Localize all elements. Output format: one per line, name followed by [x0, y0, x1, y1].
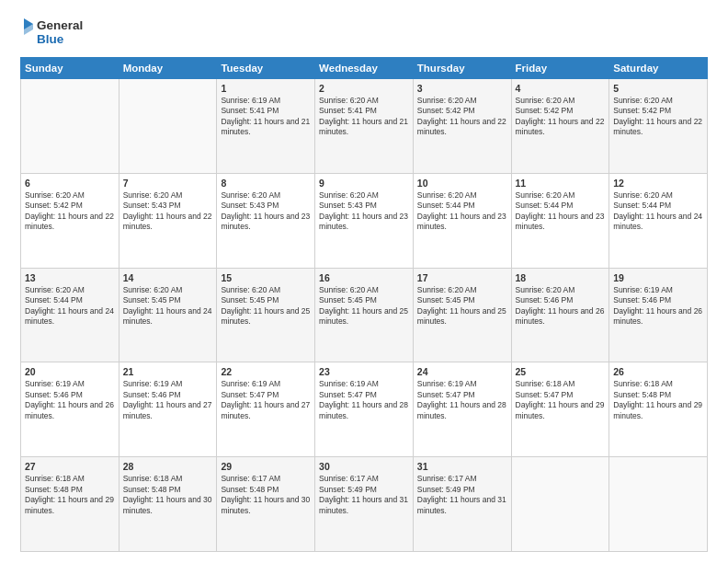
calendar-cell	[609, 457, 708, 552]
day-number: 1	[221, 83, 311, 94]
day-info: Sunrise: 6:20 AM Sunset: 5:45 PM Dayligh…	[319, 285, 409, 327]
day-info: Sunrise: 6:20 AM Sunset: 5:44 PM Dayligh…	[613, 190, 703, 233]
logo-svg: General Blue	[20, 17, 94, 48]
day-number: 13	[25, 272, 115, 283]
calendar-cell: 30Sunrise: 6:17 AM Sunset: 5:49 PM Dayli…	[315, 457, 414, 552]
day-number: 28	[123, 461, 213, 472]
calendar-cell: 7Sunrise: 6:20 AM Sunset: 5:43 PM Daylig…	[119, 173, 217, 268]
day-number: 22	[221, 366, 311, 377]
calendar-cell: 10Sunrise: 6:20 AM Sunset: 5:44 PM Dayli…	[413, 173, 511, 268]
day-number: 3	[417, 83, 507, 94]
calendar-table: SundayMondayTuesdayWednesdayThursdayFrid…	[20, 57, 708, 552]
svg-text:General: General	[37, 18, 83, 32]
calendar-cell: 31Sunrise: 6:17 AM Sunset: 5:49 PM Dayli…	[413, 457, 511, 552]
calendar-cell: 13Sunrise: 6:20 AM Sunset: 5:44 PM Dayli…	[21, 268, 119, 362]
day-number: 21	[123, 366, 213, 377]
day-info: Sunrise: 6:20 AM Sunset: 5:46 PM Dayligh…	[516, 285, 606, 327]
day-info: Sunrise: 6:20 AM Sunset: 5:45 PM Dayligh…	[221, 285, 311, 327]
calendar-cell	[511, 457, 609, 552]
day-number: 30	[319, 461, 409, 472]
calendar: SundayMondayTuesdayWednesdayThursdayFrid…	[20, 57, 708, 552]
calendar-cell: 22Sunrise: 6:19 AM Sunset: 5:47 PM Dayli…	[217, 362, 315, 457]
day-number: 12	[613, 178, 703, 189]
day-number: 23	[319, 366, 409, 377]
day-number: 15	[221, 272, 311, 283]
day-number: 7	[123, 178, 213, 189]
calendar-cell	[21, 79, 119, 174]
calendar-cell: 24Sunrise: 6:19 AM Sunset: 5:47 PM Dayli…	[413, 362, 511, 457]
day-info: Sunrise: 6:19 AM Sunset: 5:46 PM Dayligh…	[25, 379, 115, 421]
day-number: 17	[417, 272, 507, 283]
day-info: Sunrise: 6:17 AM Sunset: 5:48 PM Dayligh…	[221, 474, 311, 516]
logo: General Blue	[20, 17, 94, 48]
calendar-week-row: 13Sunrise: 6:20 AM Sunset: 5:44 PM Dayli…	[21, 268, 708, 362]
calendar-cell: 26Sunrise: 6:18 AM Sunset: 5:48 PM Dayli…	[609, 362, 708, 457]
calendar-cell: 19Sunrise: 6:19 AM Sunset: 5:46 PM Dayli…	[609, 268, 708, 362]
calendar-week-row: 27Sunrise: 6:18 AM Sunset: 5:48 PM Dayli…	[21, 457, 708, 552]
day-info: Sunrise: 6:20 AM Sunset: 5:45 PM Dayligh…	[417, 285, 507, 327]
calendar-cell: 27Sunrise: 6:18 AM Sunset: 5:48 PM Dayli…	[21, 457, 119, 552]
day-info: Sunrise: 6:20 AM Sunset: 5:43 PM Dayligh…	[221, 190, 311, 233]
day-number: 24	[417, 366, 507, 377]
day-number: 9	[319, 178, 409, 189]
day-info: Sunrise: 6:17 AM Sunset: 5:49 PM Dayligh…	[319, 474, 409, 516]
day-info: Sunrise: 6:18 AM Sunset: 5:48 PM Dayligh…	[25, 474, 115, 516]
day-number: 18	[516, 272, 606, 283]
weekday-header-wednesday: Wednesday	[315, 58, 414, 79]
calendar-cell: 9Sunrise: 6:20 AM Sunset: 5:43 PM Daylig…	[315, 173, 414, 268]
day-number: 16	[319, 272, 409, 283]
calendar-cell: 20Sunrise: 6:19 AM Sunset: 5:46 PM Dayli…	[21, 362, 119, 457]
day-number: 31	[417, 461, 507, 472]
calendar-cell: 11Sunrise: 6:20 AM Sunset: 5:44 PM Dayli…	[511, 173, 609, 268]
calendar-cell: 8Sunrise: 6:20 AM Sunset: 5:43 PM Daylig…	[217, 173, 315, 268]
calendar-page: General Blue SundayMondayTuesdayWednesda…	[0, 0, 728, 563]
calendar-cell	[119, 79, 217, 174]
day-number: 2	[319, 83, 409, 94]
day-number: 4	[516, 83, 606, 94]
weekday-header-monday: Monday	[119, 58, 217, 79]
day-info: Sunrise: 6:20 AM Sunset: 5:44 PM Dayligh…	[417, 190, 507, 233]
day-number: 10	[417, 178, 507, 189]
day-info: Sunrise: 6:20 AM Sunset: 5:42 PM Dayligh…	[613, 96, 703, 138]
calendar-cell: 21Sunrise: 6:19 AM Sunset: 5:46 PM Dayli…	[119, 362, 217, 457]
day-number: 8	[221, 178, 311, 189]
day-info: Sunrise: 6:19 AM Sunset: 5:47 PM Dayligh…	[319, 379, 409, 421]
calendar-cell: 16Sunrise: 6:20 AM Sunset: 5:45 PM Dayli…	[315, 268, 414, 362]
day-info: Sunrise: 6:19 AM Sunset: 5:47 PM Dayligh…	[221, 379, 311, 421]
calendar-cell: 1Sunrise: 6:19 AM Sunset: 5:41 PM Daylig…	[217, 79, 315, 174]
day-number: 27	[25, 461, 115, 472]
day-info: Sunrise: 6:20 AM Sunset: 5:42 PM Dayligh…	[25, 190, 115, 233]
weekday-header-tuesday: Tuesday	[217, 58, 315, 79]
day-info: Sunrise: 6:19 AM Sunset: 5:46 PM Dayligh…	[613, 285, 703, 327]
calendar-cell: 18Sunrise: 6:20 AM Sunset: 5:46 PM Dayli…	[511, 268, 609, 362]
day-number: 11	[516, 178, 606, 189]
calendar-cell: 2Sunrise: 6:20 AM Sunset: 5:41 PM Daylig…	[315, 79, 414, 174]
weekday-header-saturday: Saturday	[609, 58, 708, 79]
calendar-cell: 3Sunrise: 6:20 AM Sunset: 5:42 PM Daylig…	[413, 79, 511, 174]
calendar-cell: 25Sunrise: 6:18 AM Sunset: 5:47 PM Dayli…	[511, 362, 609, 457]
weekday-header-friday: Friday	[511, 58, 609, 79]
calendar-week-row: 20Sunrise: 6:19 AM Sunset: 5:46 PM Dayli…	[21, 362, 708, 457]
day-number: 26	[613, 366, 703, 377]
header: General Blue	[20, 17, 708, 48]
day-info: Sunrise: 6:20 AM Sunset: 5:43 PM Dayligh…	[123, 190, 213, 233]
calendar-week-row: 6Sunrise: 6:20 AM Sunset: 5:42 PM Daylig…	[21, 173, 708, 268]
calendar-cell: 28Sunrise: 6:18 AM Sunset: 5:48 PM Dayli…	[119, 457, 217, 552]
weekday-header-row: SundayMondayTuesdayWednesdayThursdayFrid…	[21, 58, 708, 79]
calendar-cell: 17Sunrise: 6:20 AM Sunset: 5:45 PM Dayli…	[413, 268, 511, 362]
day-number: 6	[25, 178, 115, 189]
day-info: Sunrise: 6:20 AM Sunset: 5:44 PM Dayligh…	[25, 285, 115, 327]
day-number: 5	[613, 83, 703, 94]
day-number: 19	[613, 272, 703, 283]
svg-marker-3	[24, 24, 33, 35]
day-number: 29	[221, 461, 311, 472]
day-info: Sunrise: 6:18 AM Sunset: 5:48 PM Dayligh…	[613, 379, 703, 421]
svg-text:Blue: Blue	[37, 32, 64, 46]
day-info: Sunrise: 6:19 AM Sunset: 5:41 PM Dayligh…	[221, 96, 311, 138]
day-number: 25	[516, 366, 606, 377]
weekday-header-thursday: Thursday	[413, 58, 511, 79]
day-info: Sunrise: 6:18 AM Sunset: 5:48 PM Dayligh…	[123, 474, 213, 516]
day-info: Sunrise: 6:20 AM Sunset: 5:44 PM Dayligh…	[516, 190, 606, 233]
calendar-cell: 5Sunrise: 6:20 AM Sunset: 5:42 PM Daylig…	[609, 79, 708, 174]
day-number: 20	[25, 366, 115, 377]
